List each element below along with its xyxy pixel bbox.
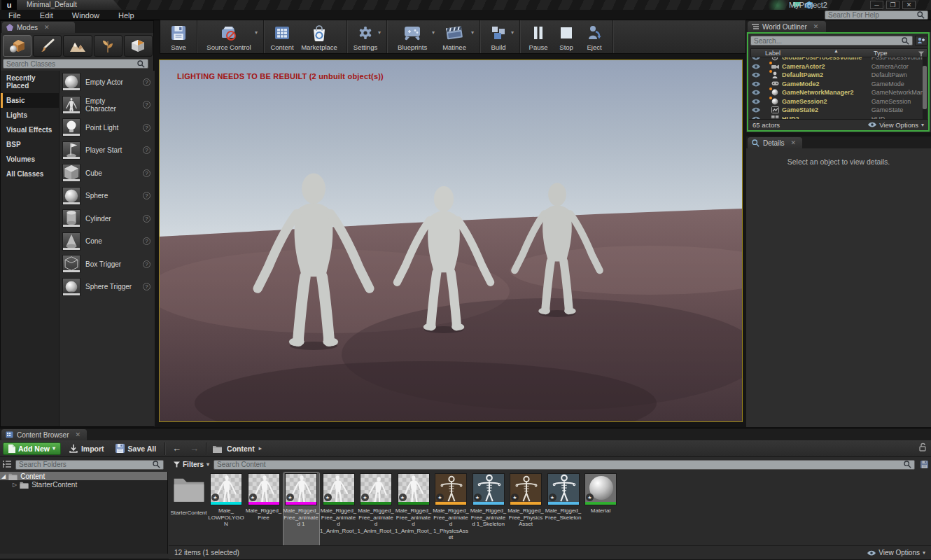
outliner-search-field[interactable] xyxy=(750,36,913,46)
category-bsp[interactable]: BSP xyxy=(1,137,59,152)
actor-row[interactable]: GameNetworkManager2 GameNetworkManager xyxy=(750,88,923,97)
asset-tile[interactable]: ★ Male_Rigged_ Free xyxy=(246,472,281,553)
category-volumes[interactable]: Volumes xyxy=(1,152,59,167)
save-button[interactable]: Save xyxy=(164,20,192,53)
search-classes-input[interactable] xyxy=(6,60,137,68)
help-search-input[interactable] xyxy=(828,11,917,19)
save-search-icon[interactable] xyxy=(920,461,928,468)
collapse-tree-icon[interactable] xyxy=(3,461,11,468)
category-lights[interactable]: Lights xyxy=(1,108,59,122)
actor-row[interactable]: DefaultPawn2 DefaultPawn xyxy=(750,71,923,80)
build-button[interactable]: Build xyxy=(484,20,512,53)
stop-button[interactable]: Stop xyxy=(552,20,580,53)
asset-tile[interactable]: ★ Male_Rigged_ Free_animated 1_PhysicsAs… xyxy=(433,472,469,553)
scrollbar-thumb[interactable] xyxy=(923,66,927,109)
add-actor-button[interactable] xyxy=(915,36,927,46)
eject-button[interactable]: Eject xyxy=(580,20,608,53)
asset-tile[interactable]: ★ Material xyxy=(583,472,619,553)
placement-item-empty-character[interactable]: Empty Character ? xyxy=(59,94,155,117)
expand-arrow-icon[interactable]: ◢ xyxy=(1,473,6,479)
foliage-mode-button[interactable] xyxy=(94,35,122,57)
tab-details[interactable]: Details ✕ xyxy=(748,137,802,148)
blueprints-button[interactable]: Blueprints xyxy=(391,20,433,53)
placement-item-sphere-trigger[interactable]: Sphere Trigger ? xyxy=(59,276,155,299)
help-question-icon[interactable]: ? xyxy=(143,78,150,86)
help-search-field[interactable] xyxy=(825,10,928,20)
search-folders-field[interactable] xyxy=(15,460,164,470)
close-icon[interactable]: ✕ xyxy=(791,139,797,146)
filter-funnel-icon[interactable] xyxy=(918,51,924,57)
outliner-view-options[interactable]: View Options ▾ xyxy=(868,121,924,129)
menu-window[interactable]: Window xyxy=(64,10,108,21)
level-tab[interactable]: Minimal_Default xyxy=(17,0,122,10)
visibility-eye-icon[interactable] xyxy=(752,72,760,78)
asset-tile-selected[interactable]: ★ Male_Rigged_ Free_animated 1 xyxy=(284,472,319,553)
save-all-button[interactable]: Save All xyxy=(113,444,159,453)
import-button[interactable]: Import xyxy=(66,444,107,453)
paint-mode-button[interactable] xyxy=(33,35,62,57)
actor-row[interactable]: GameSession2 GameSession xyxy=(750,97,923,106)
visibility-eye-icon[interactable] xyxy=(752,64,760,69)
tab-world-outliner[interactable]: World Outliner ✕ xyxy=(748,21,826,32)
close-icon[interactable]: ✕ xyxy=(75,431,80,438)
visibility-eye-icon[interactable] xyxy=(752,57,760,60)
level-viewport[interactable]: LIGHTING NEEDS TO BE REBUILT (2 unbuilt … xyxy=(159,59,743,422)
content-button[interactable]: Content xyxy=(268,20,296,53)
menu-edit[interactable]: Edit xyxy=(31,10,62,21)
search-classes-field[interactable] xyxy=(3,59,148,69)
visibility-eye-icon[interactable] xyxy=(752,107,760,113)
folder-tree-item-content[interactable]: ◢ Content xyxy=(0,472,167,480)
asset-tile-folder[interactable]: StarterContent xyxy=(171,472,206,553)
add-new-button[interactable]: Add New ▾ xyxy=(3,442,61,455)
close-icon[interactable]: ✕ xyxy=(813,23,819,30)
place-mode-button[interactable] xyxy=(3,35,31,57)
category-basic[interactable]: Basic xyxy=(1,93,59,108)
placement-item-cone[interactable]: Cone ? xyxy=(59,230,155,253)
category-recently-placed[interactable]: Recently Placed xyxy=(1,71,59,93)
filters-button[interactable]: Filters ▾ xyxy=(174,461,209,468)
landscape-mode-button[interactable] xyxy=(63,35,92,57)
placement-item-empty-actor[interactable]: Empty Actor ? xyxy=(59,71,155,94)
help-question-icon[interactable]: ? xyxy=(143,101,150,108)
visibility-eye-icon[interactable] xyxy=(752,90,760,95)
back-arrow-button[interactable]: ← xyxy=(171,443,183,454)
visibility-eye-icon[interactable] xyxy=(752,81,760,87)
placement-item-cylinder[interactable]: Cylinder ? xyxy=(59,207,155,230)
breadcrumb[interactable]: Content ▸ xyxy=(212,444,262,453)
asset-tile[interactable]: ★ Male_Rigged_ Free_animated 1_Anim_Root… xyxy=(358,472,394,553)
tab-modes[interactable]: Modes ✕ xyxy=(2,22,75,33)
menu-file[interactable]: File xyxy=(0,10,29,21)
help-question-icon[interactable]: ? xyxy=(143,283,150,290)
content-view-options[interactable]: View Options ▾ xyxy=(867,549,925,556)
category-visual-effects[interactable]: Visual Effects xyxy=(1,122,59,137)
outliner-column-header[interactable]: Label ▲ Type xyxy=(750,48,927,57)
minimize-button[interactable]: ─ xyxy=(870,1,883,9)
search-content-field[interactable] xyxy=(214,460,915,470)
asset-tile[interactable]: ★ Male_Rigged_ Free_Physics Asset xyxy=(508,472,544,553)
search-content-input[interactable] xyxy=(217,461,904,468)
folder-tree-item-startercontent[interactable]: ▷ StarterContent xyxy=(0,480,167,489)
category-all-classes[interactable]: All Classes xyxy=(1,167,59,181)
visibility-eye-icon[interactable] xyxy=(752,99,760,104)
placement-item-cube[interactable]: Cube ? xyxy=(59,162,155,185)
close-icon[interactable]: ✕ xyxy=(44,24,50,31)
search-folders-input[interactable] xyxy=(19,461,153,468)
help-question-icon[interactable]: ? xyxy=(143,124,150,132)
placement-item-point-light[interactable]: Point Light ? xyxy=(59,116,155,139)
help-question-icon[interactable]: ? xyxy=(143,260,150,268)
asset-tile[interactable]: ★ Male_Rigged_ Free_animated 1_Anim_Root… xyxy=(396,472,431,553)
forward-arrow-button[interactable]: → xyxy=(188,443,200,454)
geometry-mode-button[interactable] xyxy=(124,35,153,57)
asset-tile[interactable]: ★ Male_Rigged_ Free_Skeleton xyxy=(545,472,581,553)
scrollbar[interactable] xyxy=(923,57,927,120)
outliner-search-input[interactable] xyxy=(754,37,902,45)
source-control-button[interactable]: Source Control xyxy=(202,20,256,53)
placement-item-sphere[interactable]: Sphere ? xyxy=(59,185,155,208)
help-question-icon[interactable]: ? xyxy=(143,169,150,177)
actor-row[interactable]: GameMode2 GameMode xyxy=(750,80,923,89)
settings-button[interactable]: Settings xyxy=(351,20,379,53)
actor-row[interactable]: CameraActor2 CameraActor xyxy=(750,62,923,71)
chevron-right-icon[interactable]: ▸ xyxy=(259,445,262,451)
help-question-icon[interactable]: ? xyxy=(143,215,150,223)
help-question-icon[interactable]: ? xyxy=(143,146,150,154)
